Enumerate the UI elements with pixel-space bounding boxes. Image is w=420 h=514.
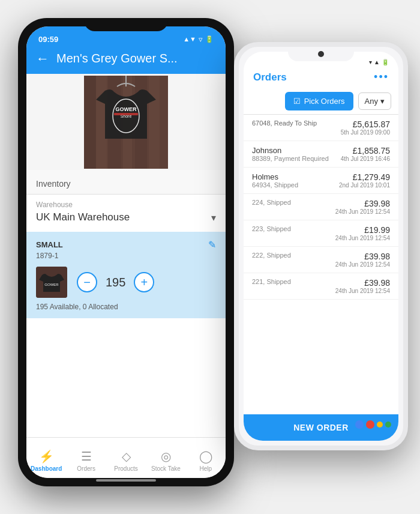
pick-orders-checkbox-icon: ☑: [293, 97, 301, 106]
order-amount-3: £1,279.49: [339, 172, 390, 182]
phone2-screen: ▾ ▲ 🔋 Orders ••• ☑ Pick Orders Any ▾: [244, 52, 398, 441]
order-id-status-7: 221, Shipped: [252, 278, 291, 285]
order-info-4: 224, Shipped: [252, 199, 291, 206]
order-id-status-5: 223, Shipped: [252, 225, 291, 232]
order-date-5: 24th Jun 2019 12:54: [335, 235, 390, 241]
order-amount-area-5: £19.99 24th Jun 2019 12:54: [335, 225, 390, 241]
nav-item-orders[interactable]: ☰ Orders: [66, 444, 106, 472]
size-availability: 195 Available, 0 Allocated: [36, 303, 216, 311]
order-date-6: 24th Jun 2019 12:54: [335, 261, 390, 268]
edit-icon[interactable]: ✎: [208, 239, 216, 250]
help-icon: ◯: [199, 449, 212, 464]
order-row-3: Holmes 64934, Shipped £1,279.49 2nd Jul …: [252, 172, 390, 189]
phone1-screen: 09:59 ▲▼ ▿ 🔋 ← Men's Grey Gower S...: [26, 26, 226, 478]
increase-button[interactable]: +: [134, 272, 154, 292]
signal-icon: ▲▼: [183, 35, 196, 43]
home-bar: [96, 479, 156, 482]
nav-label-dashboard: Dashboard: [31, 465, 62, 472]
order-row-2: Johnson 88389, Payment Required £1,858.7…: [252, 146, 390, 162]
order-date-2: 4th Jul 2019 16:46: [341, 156, 390, 162]
inventory-section: Inventory: [26, 170, 226, 194]
order-amount-6: £39.98: [335, 252, 390, 261]
warehouse-label: Warehouse: [36, 201, 216, 209]
order-name-3: Holmes: [252, 172, 298, 181]
google-assistant[interactable]: [355, 420, 391, 429]
svg-rect-6: [149, 76, 160, 169]
pick-orders-button[interactable]: ☑ Pick Orders: [285, 92, 353, 110]
order-item-6[interactable]: 222, Shipped £39.98 24th Jun 2019 12:54: [244, 247, 398, 273]
any-label: Any: [365, 97, 378, 106]
order-amount-4: £39.98: [335, 199, 390, 208]
order-item-1[interactable]: 67048, Ready To Ship £5,615.87 5th Jul 2…: [244, 115, 398, 141]
order-item-2[interactable]: Johnson 88389, Payment Required £1,858.7…: [244, 141, 398, 168]
inventory-label: Inventory: [36, 179, 71, 189]
signal-icon-2: ▲: [374, 59, 380, 65]
pick-orders-label: Pick Orders: [304, 97, 345, 106]
dashboard-icon: ⚡: [39, 449, 54, 464]
product-header: ← Men's Grey Gower S...: [26, 46, 226, 74]
battery-icon: 🔋: [205, 35, 214, 43]
nav-item-products[interactable]: ◇ Products: [106, 444, 146, 472]
assistant-dot-green: [385, 422, 391, 428]
assistant-dot-yellow: [377, 422, 383, 428]
order-amount-area-2: £1,858.75 4th Jul 2019 16:46: [341, 146, 390, 162]
thumbnail-image: GOWER: [36, 267, 67, 298]
any-dropdown[interactable]: Any ▾: [358, 92, 391, 110]
order-row-7: 221, Shipped £39.98 24th Jun 2019 12:54: [252, 278, 390, 294]
order-amount-area-4: £39.98 24th Jun 2019 12:54: [335, 199, 390, 215]
svg-rect-1: [84, 76, 96, 169]
order-amount-area-7: £39.98 24th Jun 2019 12:54: [335, 278, 390, 294]
order-date-3: 2nd Jul 2019 10:01: [339, 182, 390, 189]
warehouse-selector[interactable]: UK Main Warehouse ▾: [36, 211, 216, 223]
filter-row: ☑ Pick Orders Any ▾: [244, 89, 398, 114]
order-amount-5: £19.99: [335, 225, 390, 235]
status-icons-2: ▾ ▲ 🔋: [369, 59, 389, 65]
phone1: 09:59 ▲▼ ▿ 🔋 ← Men's Grey Gower S...: [18, 18, 234, 486]
order-row-1: 67048, Ready To Ship £5,615.87 5th Jul 2…: [252, 119, 390, 136]
nav-label-stock-take: Stock Take: [151, 465, 181, 472]
phone2: ▾ ▲ 🔋 Orders ••• ☑ Pick Orders Any ▾: [234, 42, 408, 450]
order-item-7[interactable]: 221, Shipped £39.98 24th Jun 2019 12:54: [244, 273, 398, 300]
order-info-5: 223, Shipped: [252, 225, 291, 232]
svg-text:GOWER: GOWER: [116, 106, 137, 112]
nav-item-stock-take[interactable]: ◎ Stock Take: [146, 444, 185, 472]
nav-item-dashboard[interactable]: ⚡ Dashboard: [26, 444, 66, 472]
order-date-7: 24th Jun 2019 12:54: [335, 288, 390, 294]
order-amount-area-3: £1,279.49 2nd Jul 2019 10:01: [339, 172, 390, 189]
order-date-4: 24th Jun 2019 12:54: [335, 208, 390, 215]
nav-item-help[interactable]: ◯ Help: [186, 444, 226, 472]
orders-list: 67048, Ready To Ship £5,615.87 5th Jul 2…: [244, 115, 398, 300]
order-id-status-6: 222, Shipped: [252, 252, 291, 259]
size-card: SMALL 1879-1 ✎ GOWER −: [26, 232, 226, 318]
order-amount-area-1: £5,615.87 5th Jul 2019 09:00: [341, 119, 390, 136]
order-item-4[interactable]: 224, Shipped £39.98 24th Jun 2019 12:54: [244, 194, 398, 220]
order-amount-7: £39.98: [335, 278, 390, 288]
product-title: Men's Grey Gower S...: [56, 52, 178, 65]
order-info-3: Holmes 64934, Shipped: [252, 172, 298, 189]
decrease-button[interactable]: −: [77, 272, 97, 292]
size-sku: 1879-1: [36, 252, 58, 260]
more-options-button[interactable]: •••: [374, 71, 389, 83]
phone2-notch: [288, 47, 354, 61]
order-id-1: 67048, Ready To Ship: [252, 119, 317, 127]
size-tag: SMALL: [36, 240, 63, 249]
order-info-1: 67048, Ready To Ship: [252, 119, 317, 127]
battery-icon-2: 🔋: [382, 59, 389, 65]
order-date-1: 5th Jul 2019 09:00: [341, 129, 390, 136]
orders-title: Orders: [253, 71, 287, 83]
order-row-6: 222, Shipped £39.98 24th Jun 2019 12:54: [252, 252, 390, 268]
orders-icon: ☰: [81, 449, 92, 464]
order-status-2: 88389, Payment Required: [252, 155, 329, 162]
assistant-dot-blue: [355, 420, 364, 429]
order-item-5[interactable]: 223, Shipped £19.99 24th Jun 2019 12:54: [244, 220, 398, 247]
back-button[interactable]: ←: [36, 52, 49, 65]
orders-header: Orders •••: [244, 68, 398, 89]
quantity-value: 195: [106, 276, 125, 289]
size-header: SMALL 1879-1: [36, 239, 216, 261]
order-name-2: Johnson: [252, 146, 329, 155]
warehouse-name: UK Main Warehouse: [36, 211, 130, 223]
order-item-3[interactable]: Holmes 64934, Shipped £1,279.49 2nd Jul …: [244, 168, 398, 194]
assistant-dot-red: [366, 420, 374, 429]
order-info-6: 222, Shipped: [252, 252, 291, 259]
svg-rect-11: [114, 113, 138, 115]
